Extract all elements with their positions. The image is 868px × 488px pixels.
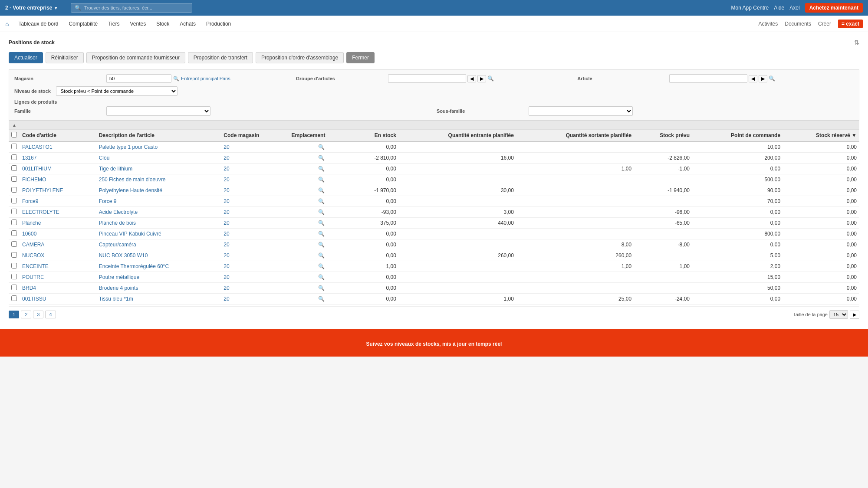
th-stock-reserve[interactable]: Stock réservé ▼ [783, 130, 859, 142]
emplacement-icon[interactable]: 🔍 [318, 166, 325, 172]
row-checkbox-cell[interactable] [9, 229, 20, 239]
desc-link[interactable]: Capteur/caméra [99, 242, 136, 248]
magasin-link[interactable]: 20 [224, 242, 229, 248]
search-input[interactable] [84, 5, 171, 10]
th-code[interactable]: Code d'article [20, 130, 96, 142]
row-emplacement[interactable]: 🔍 [289, 272, 353, 283]
nav-activites[interactable]: Activités [759, 21, 778, 27]
code-link[interactable]: NUCBOX [22, 252, 44, 259]
row-checkbox-cell[interactable] [9, 272, 20, 283]
nav-production[interactable]: Production [202, 17, 235, 30]
desc-link[interactable]: Enceinte Thermorégulée 60°C [99, 263, 169, 269]
code-link[interactable]: Force9 [22, 198, 38, 204]
row-checkbox[interactable] [11, 187, 17, 193]
row-emplacement[interactable]: 🔍 [289, 283, 353, 294]
code-link[interactable]: 13167 [22, 155, 36, 161]
nav-ventes[interactable]: Ventes [125, 17, 150, 30]
magasin-link[interactable]: 20 [224, 144, 229, 150]
emplacement-icon[interactable]: 🔍 [318, 274, 325, 280]
page-4-btn[interactable]: 4 [45, 311, 56, 318]
emplacement-icon[interactable]: 🔍 [318, 177, 325, 183]
magasin-input[interactable] [106, 74, 171, 83]
desc-link[interactable]: NUC BOX 3050 W10 [99, 252, 148, 259]
groupe-next-btn[interactable]: ▶ [477, 75, 486, 82]
code-link[interactable]: ENCEINTE [22, 263, 49, 269]
sort-icon[interactable]: ⇅ [854, 39, 859, 46]
row-checkbox[interactable] [11, 263, 17, 269]
th-magasin[interactable]: Code magasin [221, 130, 289, 142]
article-prev-btn[interactable]: ◀ [749, 75, 757, 82]
emplacement-icon[interactable]: 🔍 [318, 155, 325, 161]
row-emplacement[interactable]: 🔍 [289, 207, 353, 218]
desc-link[interactable]: Pinceau VIP Kabuki Cuivré [99, 231, 161, 237]
row-checkbox-cell[interactable] [9, 141, 20, 153]
proposition-transfert-button[interactable]: Proposition de transfert [188, 52, 253, 63]
row-checkbox[interactable] [11, 219, 17, 225]
row-checkbox-cell[interactable] [9, 196, 20, 207]
magasin-link[interactable]: Entrepôt principal Paris [181, 76, 230, 81]
mon-app-centre-link[interactable]: Mon App Centre [731, 5, 769, 11]
nav-tiers[interactable]: Tiers [104, 17, 124, 30]
code-link[interactable]: BRD4 [22, 285, 36, 291]
nav-comptabilite[interactable]: Comptabilité [65, 17, 102, 30]
row-checkbox-cell[interactable] [9, 294, 20, 305]
th-en-stock[interactable]: En stock [354, 130, 399, 142]
desc-link[interactable]: Poutre métallique [99, 274, 139, 280]
code-link[interactable]: CAMERA [22, 242, 44, 248]
code-link[interactable]: 10600 [22, 231, 36, 237]
row-checkbox-cell[interactable] [9, 261, 20, 272]
th-emplacement[interactable]: Emplacement [289, 130, 353, 142]
code-link[interactable]: POLYETHYLENE [22, 187, 63, 193]
row-checkbox-cell[interactable] [9, 185, 20, 196]
row-checkbox[interactable] [11, 198, 17, 203]
magasin-link[interactable]: 20 [224, 296, 229, 302]
nav-tableaux-de-bord[interactable]: Tableaux de bord [14, 17, 62, 30]
fermer-button[interactable]: Fermer [346, 52, 375, 63]
row-emplacement[interactable]: 🔍 [289, 164, 353, 174]
row-checkbox-cell[interactable] [9, 239, 20, 250]
proposition-commande-button[interactable]: Proposition de commande fournisseur [86, 52, 185, 63]
groupe-input[interactable] [388, 74, 466, 83]
page-1-btn[interactable]: 1 [9, 311, 19, 318]
magasin-link[interactable]: 20 [224, 263, 229, 269]
magasin-link[interactable]: 20 [224, 198, 229, 204]
desc-link[interactable]: Palette type 1 pour Casto [99, 144, 158, 150]
magasin-link[interactable]: 20 [224, 177, 229, 183]
desc-link[interactable]: Polyethylene Haute densité [99, 187, 162, 193]
magasin-link[interactable]: 20 [224, 285, 229, 291]
page-2-btn[interactable]: 2 [21, 311, 31, 318]
sous-famille-select[interactable] [529, 106, 633, 116]
achetez-button[interactable]: Achetez maintenant [805, 3, 863, 13]
row-emplacement[interactable]: 🔍 [289, 261, 353, 272]
row-checkbox[interactable] [11, 241, 17, 247]
emplacement-icon[interactable]: 🔍 [318, 209, 325, 215]
row-checkbox[interactable] [11, 274, 17, 279]
emplacement-icon[interactable]: 🔍 [318, 296, 325, 302]
actualiser-button[interactable]: Actualiser [9, 52, 43, 63]
row-emplacement[interactable]: 🔍 [289, 153, 353, 164]
page-3-btn[interactable]: 3 [33, 311, 43, 318]
famille-select[interactable] [106, 106, 210, 116]
row-checkbox[interactable] [11, 209, 17, 214]
th-point-commande[interactable]: Point de commande [692, 130, 783, 142]
row-checkbox[interactable] [11, 252, 17, 258]
select-all-checkbox[interactable] [11, 132, 17, 138]
collapse-bar[interactable]: ▲ [9, 121, 859, 129]
emplacement-icon[interactable]: 🔍 [318, 242, 325, 248]
code-link[interactable]: Planche [22, 220, 41, 226]
row-checkbox[interactable] [11, 230, 17, 236]
row-checkbox-cell[interactable] [9, 174, 20, 185]
desc-link[interactable]: Planche de bois [99, 220, 136, 226]
row-emplacement[interactable]: 🔍 [289, 185, 353, 196]
nav-creer[interactable]: Créer [818, 21, 831, 27]
groupe-search-icon[interactable]: 🔍 [487, 75, 494, 82]
magasin-link[interactable]: 20 [224, 209, 229, 215]
company-name[interactable]: 2 - Votre entreprise ▾ [5, 5, 57, 11]
desc-link[interactable]: Clou [99, 155, 110, 161]
desc-link[interactable]: Tissu bleu *1m [99, 296, 133, 302]
desc-link[interactable]: Tige de lithium [99, 166, 133, 172]
article-input[interactable] [669, 74, 747, 83]
row-emplacement[interactable]: 🔍 [289, 250, 353, 261]
desc-link[interactable]: Acide Electrolyte [99, 209, 138, 215]
magasin-link[interactable]: 20 [224, 155, 229, 161]
